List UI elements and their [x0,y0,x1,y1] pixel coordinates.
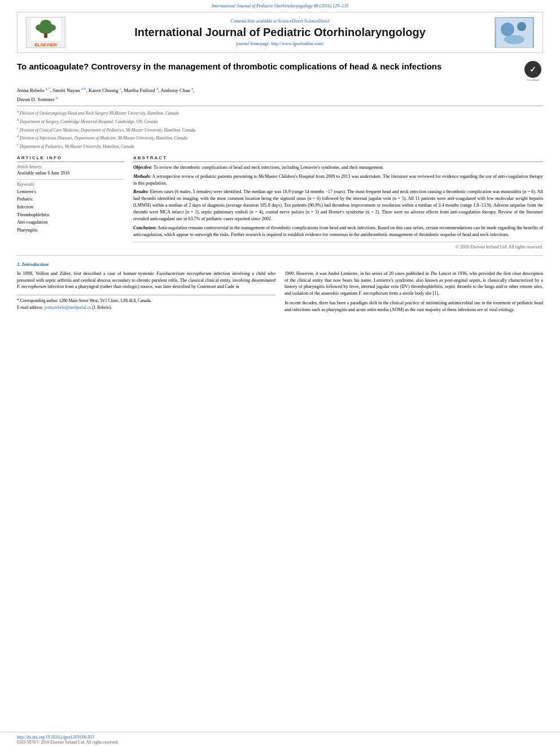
elsevier-logo-area: ELSEVIER [23,17,68,48]
intro-para-2: 1900. However, it was André Lemierre, in… [285,270,543,298]
journal-header-box: ELSEVIER Contents lists available at Sci… [17,12,543,53]
abstract-conclusion: Conclusion: Anticoagulation remains cont… [133,225,543,238]
contents-text: Contents lists available at ScienceDirec… [230,19,303,24]
history-label: Article history: [17,164,124,169]
keyword-3: Infection [17,203,124,211]
abstract-results: Results: Eleven cases (6 males, 5 female… [133,189,543,222]
doi-link[interactable]: http://dx.doi.org/10.1016/j.ijporl.2016.… [17,735,543,740]
affiliation-c: c Division of Critical Care Medicine, De… [17,125,543,133]
homepage-line: journal homepage: http://www.ijporlonlin… [236,41,323,46]
header-top-row: ELSEVIER Contents lists available at Sci… [23,17,537,48]
article-title-section: To anticoagulate? Controversy in the man… [17,61,543,81]
issn-line: 0165-5876/© 2016 Elsevier Ireland Ltd. A… [17,740,543,745]
svg-rect-5 [44,33,47,38]
affiliation-a: a Division of Otolaryngology-Head and Ne… [17,108,543,116]
journal-cover-icon [496,18,533,47]
footnote-section: * Corresponding author. 1280 Main Street… [17,295,275,311]
intro-left-col: In 1898, Veillon and Züber, first descri… [17,270,275,316]
email-address[interactable]: jenna.rebelo@medportal.ca [45,305,91,310]
conclusion-text: Anticoagulation remains controversial in… [133,225,543,237]
email-suffix: (J. Rebelo). [92,305,112,310]
keywords-label: Keywords: [17,182,124,187]
abstract-header: ABSTRACT [133,155,543,162]
bottom-bar: http://dx.doi.org/10.1016/j.ijporl.2016.… [0,732,560,747]
methods-label: Methods: [133,174,151,179]
divider-1 [17,179,124,180]
homepage-url[interactable]: http://www.ijporlonline.com/ [271,41,323,46]
methods-text: A retrospective review of pediatric pati… [133,174,543,186]
corresponding-author-note: * Corresponding author. 1280 Main Street… [17,298,275,304]
article-info-abstract-section: ARTICLE INFO Article history: Available … [17,155,543,250]
article-info-header-text: ARTICLE INFO [17,155,62,160]
results-text: Eleven cases (6 males, 5 females) were i… [133,189,543,221]
abstract-objective: Objective: To review the thrombotic comp… [133,164,543,171]
intro-para-1: In 1898, Veillon and Züber, first descri… [17,270,275,291]
journal-cover-image [492,17,537,48]
keyword-4: Thrombophlebitis [17,211,124,219]
affiliation-e: e Department of Pediatrics, McMaster Uni… [17,142,543,150]
results-label: Results: [133,189,148,194]
abstract-text: Objective: To review the thrombotic comp… [133,164,543,238]
elsevier-tree-icon [30,18,62,41]
intro-body-left: In 1898, Veillon and Züber, first descri… [17,270,275,291]
elsevier-logo: ELSEVIER [26,17,65,48]
crossmark-label: CrossMark [527,78,539,81]
svg-point-9 [504,35,524,44]
svg-point-4 [39,26,53,34]
keyword-5: Anti-coagulation [17,219,124,226]
article-content: To anticoagulate? Controversy in the man… [0,55,560,732]
author-6: Doron D. Sommer a [17,97,58,102]
introduction-title: 1. Introduction [17,261,543,267]
introduction-section: In 1898, Veillon and Züber, first descri… [17,270,543,316]
header-center: Contents lists available at ScienceDirec… [68,19,492,46]
author-4: Martha Fulford d [124,88,158,93]
keyword-1: Lemierre's [17,188,124,196]
f-necro-italic-2: F. necrophorum [358,291,388,296]
intro-body-right: 1900. However, it was André Lemierre, in… [285,270,543,313]
contents-line: Contents lists available at ScienceDirec… [230,19,330,24]
journal-cover-placeholder [495,17,534,48]
copyright-line: © 2016 Elsevier Ireland Ltd. All rights … [133,242,543,250]
affiliation-b: b Department of Surgery, Cambridge Memor… [17,117,543,125]
crossmark-badge[interactable]: ✓ CrossMark [523,61,543,81]
keyword-2: Pediatric [17,195,124,203]
article-info-header: ARTICLE INFO [17,155,124,162]
authors-line: Jenna Rebelo a,*, Smriti Nayan a,b, Kare… [17,86,543,103]
crossmark-icon: ✓ [524,61,541,78]
keywords-list: Lemierre's Pediatric Infection Thromboph… [17,188,124,234]
affiliation-d: d Division of Infectious Diseases, Depar… [17,133,543,141]
intro-para-3: In recent decades, there has been a para… [285,300,543,313]
objective-text: To review the thrombotic complications o… [154,165,384,170]
svg-point-7 [501,23,514,36]
abstract-col: ABSTRACT Objective: To review the thromb… [133,155,543,250]
abstract-methods: Methods: A retrospective review of pedia… [133,173,543,187]
f-necro-italic: F. necrophorum [17,284,46,289]
email-line: E-mail address: jenna.rebelo@medportal.c… [17,304,275,311]
homepage-label: journal homepage: [236,41,270,46]
section-divider [17,255,543,256]
author-1: Jenna Rebelo a,* [17,88,50,93]
article-title-container: To anticoagulate? Controversy in the man… [17,61,517,76]
author-2: Smriti Nayan a,b [53,88,86,93]
doi-text[interactable]: http://dx.doi.org/10.1016/j.ijporl.2016.… [17,735,94,740]
objective-label: Objective: [133,165,152,170]
intro-right-col: 1900. However, it was André Lemierre, in… [285,270,543,316]
article-title: To anticoagulate? Controversy in the man… [17,61,517,72]
sciencedirect-link[interactable]: ScienceDirect [304,19,330,24]
footnote-text: * Corresponding author. 1280 Main Street… [17,298,275,311]
available-online: Available online 6 June 2016 [17,171,124,176]
journal-title: International Journal of Pediatric Otorh… [134,26,426,39]
email-label: E-mail address: [17,305,43,310]
elsevier-text: ELSEVIER [30,42,62,48]
author-3: Karen Choong c [89,88,121,93]
journal-volume-issue: International Journal of Pediatric Otorh… [212,3,348,8]
journal-header-bar: International Journal of Pediatric Otorh… [0,0,560,10]
fusobacterium-italic: Fusobacterium necrophorum [156,271,211,276]
keyword-6: Pharyngitis [17,226,124,234]
conclusion-label: Conclusion: [133,225,156,230]
article-info-col: ARTICLE INFO Article history: Available … [17,155,124,250]
lancet-italic: The Lancet [430,271,451,276]
affiliations-block: a Division of Otolaryngology-Head and Ne… [17,106,543,150]
svg-point-8 [517,22,526,31]
author-5: Anthony Chan e [160,88,193,93]
